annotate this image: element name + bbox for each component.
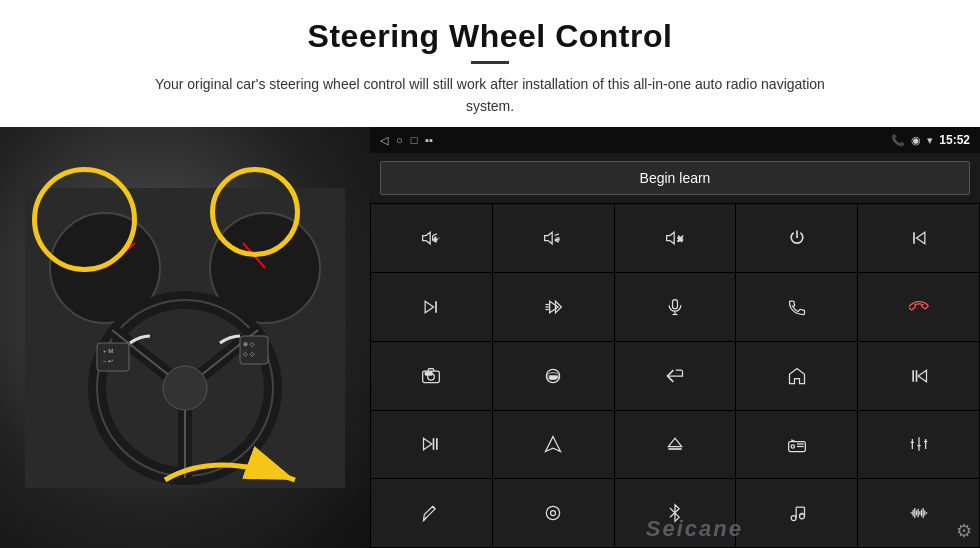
navigate-button[interactable] (493, 411, 614, 479)
svg-marker-58 (424, 439, 432, 451)
eq-button[interactable] (858, 411, 979, 479)
music-button[interactable] (736, 479, 857, 547)
settings-gear-icon[interactable]: ⚙ (956, 520, 972, 542)
svg-line-23 (433, 234, 437, 236)
vol-down-button[interactable]: − (493, 204, 614, 272)
begin-learn-button[interactable]: Begin learn (380, 161, 970, 195)
svg-marker-21 (423, 232, 431, 244)
svg-point-78 (551, 511, 556, 516)
phone-hang-up-button[interactable] (858, 273, 979, 341)
fast-forward-button[interactable] (493, 273, 614, 341)
svg-marker-32 (667, 232, 675, 244)
svg-marker-38 (426, 301, 434, 313)
svg-text:✕: ✕ (677, 236, 683, 243)
svg-line-75 (433, 506, 436, 509)
svg-text:+: + (434, 236, 438, 243)
bluetooth-button[interactable] (615, 479, 736, 547)
svg-text:⊕ ◇: ⊕ ◇ (243, 341, 255, 347)
camera-button[interactable]: 360 (371, 342, 492, 410)
phone-icon: 📞 (891, 134, 905, 147)
power-button[interactable] (736, 204, 857, 272)
recent-apps-icon[interactable]: □ (411, 134, 418, 146)
svg-text:360: 360 (426, 371, 434, 376)
back-arrow-icon[interactable]: ◁ (380, 134, 388, 147)
home-button[interactable] (736, 342, 857, 410)
svg-point-79 (791, 516, 796, 521)
svg-marker-62 (668, 439, 681, 447)
controls-grid: + − ✕ (370, 203, 980, 548)
highlight-circle-left (32, 167, 137, 272)
pen-button[interactable] (371, 479, 492, 547)
status-bar-left: ◁ ○ □ ▪▪ (380, 134, 433, 147)
location-icon: ◉ (911, 134, 921, 147)
page-title: Steering Wheel Control (60, 18, 920, 55)
svg-text:360°: 360° (550, 375, 558, 379)
radio-button[interactable] (736, 411, 857, 479)
svg-rect-45 (672, 299, 677, 308)
highlight-circle-right (210, 167, 300, 257)
next-track-button[interactable] (371, 273, 492, 341)
vol-up-button[interactable]: + (371, 204, 492, 272)
title-divider (471, 61, 509, 64)
content-area: + M − ↩ ⊕ ◇ ◇ ◇ (0, 127, 980, 548)
eject-button[interactable] (615, 411, 736, 479)
page-wrapper: Steering Wheel Control Your original car… (0, 0, 980, 548)
settings-circle-button[interactable] (493, 479, 614, 547)
signal-icon: ▪▪ (425, 134, 433, 146)
svg-point-13 (163, 366, 207, 410)
svg-marker-57 (918, 370, 926, 382)
360-view-button[interactable]: 360° (493, 342, 614, 410)
back-button[interactable] (615, 342, 736, 410)
subtitle: Your original car's steering wheel contr… (130, 74, 850, 117)
status-bar: ◁ ○ □ ▪▪ 📞 ◉ ▾ 15:52 (370, 127, 980, 153)
begin-learn-row: Begin learn (370, 153, 980, 203)
prev-track-button[interactable] (858, 204, 979, 272)
svg-point-77 (547, 506, 560, 519)
photo-section: + M − ↩ ⊕ ◇ ◇ ◇ (0, 127, 370, 548)
yellow-arrow (155, 440, 315, 520)
svg-marker-61 (546, 437, 561, 452)
steering-background: + M − ↩ ⊕ ◇ ◇ ◇ (0, 127, 370, 548)
svg-line-28 (555, 234, 559, 236)
svg-marker-27 (545, 232, 553, 244)
home-circle-icon[interactable]: ○ (396, 134, 403, 146)
svg-marker-37 (916, 232, 924, 244)
phone-answer-button[interactable] (736, 273, 857, 341)
mute-button[interactable]: ✕ (615, 204, 736, 272)
time-display: 15:52 (939, 133, 970, 147)
svg-point-65 (791, 445, 794, 448)
svg-text:−  ↩: − ↩ (103, 358, 113, 364)
microphone-button[interactable] (615, 273, 736, 341)
svg-text:−: − (556, 236, 560, 243)
svg-text:◇ ◇: ◇ ◇ (243, 351, 255, 357)
wifi-icon: ▾ (927, 134, 933, 147)
header-section: Steering Wheel Control Your original car… (0, 0, 980, 127)
skip-next-button[interactable] (371, 411, 492, 479)
skip-prev-button[interactable] (858, 342, 979, 410)
status-bar-right: 📞 ◉ ▾ 15:52 (891, 133, 970, 147)
android-screen: ◁ ○ □ ▪▪ 📞 ◉ ▾ 15:52 Begin learn (370, 127, 980, 548)
svg-text:+  M: + M (103, 348, 113, 354)
